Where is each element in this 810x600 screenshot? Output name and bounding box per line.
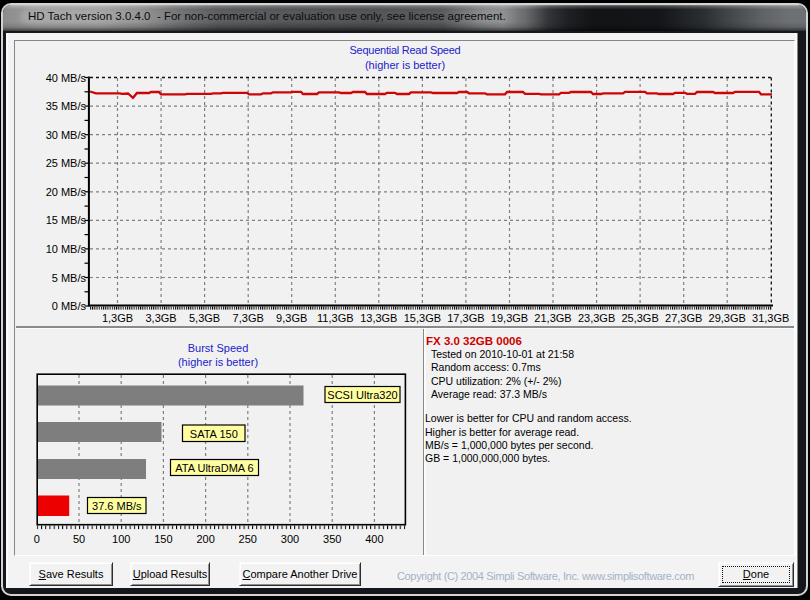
svg-text:11,3GB: 11,3GB bbox=[317, 312, 354, 324]
svg-text:SATA 150: SATA 150 bbox=[190, 428, 238, 440]
svg-text:17,3GB: 17,3GB bbox=[447, 312, 484, 324]
svg-text:200: 200 bbox=[196, 533, 214, 545]
svg-text:50: 50 bbox=[73, 533, 85, 545]
svg-text:Lower is better for CPU and ra: Lower is better for CPU and random acces… bbox=[425, 412, 632, 424]
svg-text:37.6 MB/s: 37.6 MB/s bbox=[92, 500, 142, 512]
svg-text:150: 150 bbox=[154, 533, 172, 545]
svg-text:7,3GB: 7,3GB bbox=[233, 312, 264, 324]
svg-text:15 MB/s: 15 MB/s bbox=[46, 214, 87, 226]
svg-text:21,3GB: 21,3GB bbox=[534, 312, 571, 324]
svg-text:13,3GB: 13,3GB bbox=[360, 312, 397, 324]
svg-text:29,3GB: 29,3GB bbox=[709, 312, 746, 324]
svg-text:CPU utilization: 2% (+/- 2%): CPU utilization: 2% (+/- 2%) bbox=[431, 375, 561, 387]
svg-text:19,3GB: 19,3GB bbox=[491, 312, 528, 324]
svg-text:30 MB/s: 30 MB/s bbox=[46, 129, 87, 141]
svg-text:FX 3.0 32GB 0006: FX 3.0 32GB 0006 bbox=[426, 335, 522, 347]
svg-text:40 MB/s: 40 MB/s bbox=[46, 72, 87, 84]
svg-text:350: 350 bbox=[323, 533, 341, 545]
svg-text:0: 0 bbox=[34, 533, 40, 545]
svg-text:35 MB/s: 35 MB/s bbox=[46, 100, 87, 112]
svg-text:3,3GB: 3,3GB bbox=[146, 312, 177, 324]
svg-text:SCSI Ultra320: SCSI Ultra320 bbox=[327, 389, 397, 401]
svg-text:5 MB/s: 5 MB/s bbox=[52, 272, 87, 284]
svg-text:1,3GB: 1,3GB bbox=[102, 312, 133, 324]
svg-text:31,3GB: 31,3GB bbox=[752, 312, 789, 324]
svg-text:Sequential Read Speed: Sequential Read Speed bbox=[350, 44, 461, 56]
svg-text:(higher is better): (higher is better) bbox=[365, 59, 445, 71]
svg-text:250: 250 bbox=[239, 533, 257, 545]
svg-text:0 MB/s: 0 MB/s bbox=[52, 300, 87, 312]
svg-text:GB = 1,000,000,000 bytes.: GB = 1,000,000,000 bytes. bbox=[425, 452, 550, 464]
svg-text:Tested on 2010-10-01 at 21:58: Tested on 2010-10-01 at 21:58 bbox=[431, 348, 574, 360]
svg-text:Higher is better for average r: Higher is better for average read. bbox=[425, 426, 579, 438]
svg-text:ATA UltraDMA 6: ATA UltraDMA 6 bbox=[175, 462, 253, 474]
svg-text:(higher is better): (higher is better) bbox=[178, 356, 258, 368]
svg-text:300: 300 bbox=[281, 533, 299, 545]
svg-text:Burst Speed: Burst Speed bbox=[188, 342, 249, 354]
svg-text:20 MB/s: 20 MB/s bbox=[46, 186, 87, 198]
svg-text:100: 100 bbox=[112, 533, 130, 545]
svg-text:MB/s = 1,000,000 bytes per sec: MB/s = 1,000,000 bytes per second. bbox=[425, 439, 593, 451]
svg-text:25 MB/s: 25 MB/s bbox=[46, 157, 87, 169]
svg-text:23,3GB: 23,3GB bbox=[578, 312, 615, 324]
svg-text:Average read: 37.3 MB/s: Average read: 37.3 MB/s bbox=[431, 388, 547, 400]
svg-text:27,3GB: 27,3GB bbox=[665, 312, 702, 324]
svg-text:400: 400 bbox=[365, 533, 383, 545]
svg-text:9,3GB: 9,3GB bbox=[276, 312, 307, 324]
svg-text:15,3GB: 15,3GB bbox=[404, 312, 441, 324]
svg-text:10 MB/s: 10 MB/s bbox=[46, 243, 87, 255]
svg-text:Random access: 0.7ms: Random access: 0.7ms bbox=[431, 361, 541, 373]
svg-text:5,3GB: 5,3GB bbox=[189, 312, 220, 324]
svg-text:25,3GB: 25,3GB bbox=[621, 312, 658, 324]
